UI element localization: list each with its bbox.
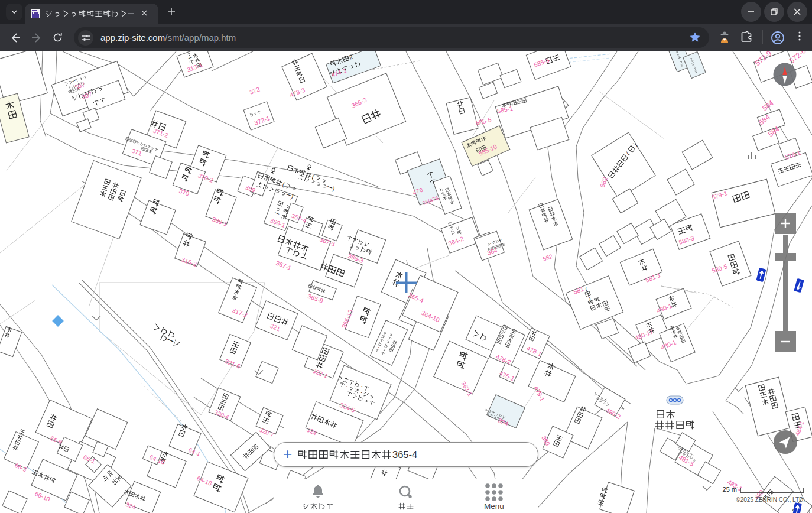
svg-text:582: 582 (542, 253, 554, 262)
svg-text:25 m: 25 m (723, 486, 737, 493)
svg-text:585-5: 585-5 (475, 116, 492, 126)
svg-text:365-4: 365-4 (392, 449, 417, 460)
svg-text:367-1: 367-1 (275, 259, 292, 272)
svg-text:572-6: 572-6 (788, 51, 808, 65)
svg-text:©2025 ZENRIN CO., LTD.: ©2025 ZENRIN CO., LTD. (736, 496, 805, 503)
svg-text:ー: ー (498, 238, 502, 243)
svg-text:ー: ー (165, 335, 176, 346)
svg-text:584: 584 (761, 99, 775, 113)
svg-text:372: 372 (249, 86, 261, 96)
svg-text:367-4: 367-4 (290, 212, 307, 225)
